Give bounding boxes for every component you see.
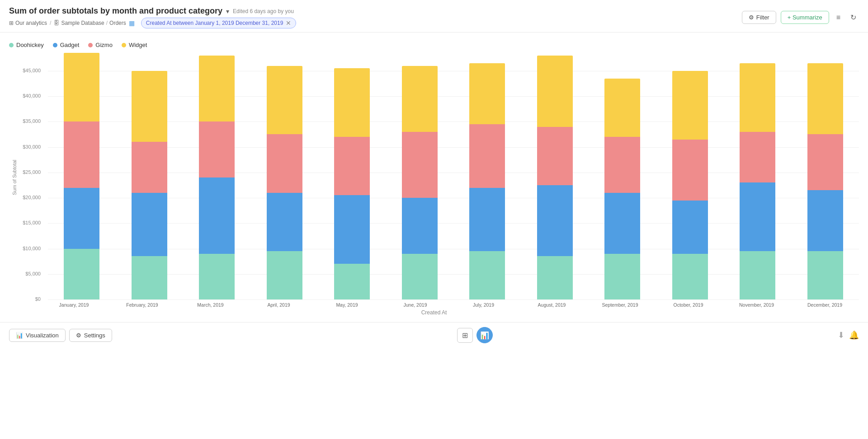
- legend-label-gizmo: Gizmo: [95, 42, 113, 48]
- bar-segment-widget-6[interactable]: [469, 63, 505, 124]
- table-view-button[interactable]: ⊞: [457, 328, 473, 343]
- bar-segment-widget-3[interactable]: [267, 66, 302, 135]
- bar-segment-gadget-7[interactable]: [537, 185, 573, 257]
- bar-group-11[interactable]: [800, 63, 850, 299]
- visualization-button[interactable]: 📊 Visualization: [9, 329, 66, 342]
- bar-segment-doohickey-0[interactable]: [64, 249, 99, 300]
- filter-tag[interactable]: Created At between January 1, 2019 Decem…: [141, 18, 297, 28]
- bar-segment-gizmo-2[interactable]: [199, 121, 235, 177]
- bar-segment-gizmo-1[interactable]: [132, 142, 167, 193]
- bar-segment-gizmo-9[interactable]: [672, 140, 708, 201]
- bar-segment-doohickey-11[interactable]: [807, 251, 843, 299]
- bar-segment-gadget-3[interactable]: [267, 193, 302, 251]
- legend-item-widget[interactable]: Widget: [122, 42, 147, 48]
- bar-segment-gizmo-6[interactable]: [469, 124, 505, 188]
- bar-group-9[interactable]: [665, 71, 715, 299]
- bar-segment-gizmo-0[interactable]: [64, 121, 99, 187]
- bar-segment-doohickey-8[interactable]: [604, 254, 640, 299]
- bar-segment-gadget-6[interactable]: [469, 188, 505, 252]
- bar-segment-widget-2[interactable]: [199, 56, 235, 121]
- bar-group-4[interactable]: [327, 68, 377, 299]
- breadcrumb-analytics-label: Our analytics: [15, 20, 47, 26]
- breadcrumb-sep2: /: [106, 20, 108, 26]
- x-label-1: February, 2019: [113, 302, 172, 308]
- bar-segment-widget-1[interactable]: [132, 71, 167, 142]
- x-label-2: March, 2019: [181, 302, 240, 308]
- breadcrumb-table-label: Orders: [109, 20, 126, 26]
- visualization-label: Visualization: [26, 332, 59, 339]
- bar-segment-gizmo-7[interactable]: [537, 127, 573, 185]
- bar-segment-doohickey-7[interactable]: [537, 256, 573, 299]
- bar-segment-doohickey-1[interactable]: [132, 256, 167, 299]
- bar-group-10[interactable]: [733, 63, 783, 299]
- bar-segment-widget-11[interactable]: [807, 63, 843, 135]
- bar-group-6[interactable]: [462, 63, 512, 299]
- filter-icon: ⚙: [749, 14, 754, 21]
- y-tick-30000: $30,000: [17, 144, 44, 149]
- legend-dot-widget: [122, 43, 126, 47]
- y-tick-25000: $25,000: [17, 169, 44, 175]
- bar-segment-doohickey-10[interactable]: [740, 251, 775, 299]
- bar-segment-doohickey-4[interactable]: [334, 264, 370, 299]
- filter-tag-close-icon[interactable]: ✕: [286, 19, 291, 27]
- summarize-button[interactable]: + Summarize: [781, 11, 829, 24]
- settings-button[interactable]: ⚙ Settings: [69, 329, 112, 342]
- bar-segment-widget-4[interactable]: [334, 68, 370, 137]
- bar-group-2[interactable]: [192, 56, 242, 299]
- bar-segment-doohickey-3[interactable]: [267, 251, 302, 299]
- bar-group-0[interactable]: [57, 53, 107, 299]
- grid-icon: ⊞: [9, 20, 14, 26]
- download-icon-button[interactable]: ⬇: [838, 330, 844, 340]
- breadcrumb-database[interactable]: 🗄 Sample Database / Orders: [54, 20, 126, 26]
- bar-segment-doohickey-6[interactable]: [469, 251, 505, 299]
- bar-segment-widget-0[interactable]: [64, 53, 99, 121]
- refresh-icon-button[interactable]: ↻: [848, 10, 859, 24]
- y-tick-45000: $45,000: [17, 68, 44, 73]
- bar-segment-widget-10[interactable]: [740, 63, 775, 132]
- legend-dot-doohickey: [9, 43, 14, 47]
- bar-segment-gadget-8[interactable]: [604, 193, 640, 254]
- bar-segment-gadget-5[interactable]: [402, 198, 438, 254]
- bar-segment-doohickey-9[interactable]: [672, 254, 708, 299]
- title-chevron-icon[interactable]: ▾: [226, 8, 229, 15]
- bar-segment-gizmo-5[interactable]: [402, 132, 438, 198]
- y-tick-15000: $15,000: [17, 220, 44, 225]
- bar-group-7[interactable]: [530, 56, 580, 299]
- bar-segment-gadget-9[interactable]: [672, 201, 708, 254]
- chart-view-button[interactable]: 📊: [476, 327, 493, 343]
- bar-segment-gadget-0[interactable]: [64, 188, 99, 249]
- bar-segment-gadget-4[interactable]: [334, 195, 370, 264]
- bar-segment-gadget-1[interactable]: [132, 193, 167, 257]
- legend-item-gadget[interactable]: Gadget: [53, 42, 80, 48]
- bar-segment-gizmo-3[interactable]: [267, 134, 302, 192]
- legend-item-gizmo[interactable]: Gizmo: [88, 42, 113, 48]
- bar-segment-widget-7[interactable]: [537, 56, 573, 127]
- bar-segment-doohickey-2[interactable]: [199, 254, 235, 299]
- bar-segment-gizmo-10[interactable]: [740, 132, 775, 183]
- edited-text: Edited 6 days ago by you: [233, 8, 294, 14]
- bar-segment-doohickey-5[interactable]: [402, 254, 438, 299]
- x-label-7: August, 2019: [523, 302, 581, 308]
- legend-item-doohickey[interactable]: Doohickey: [9, 42, 44, 48]
- bar-group-3[interactable]: [259, 66, 309, 300]
- bar-segment-gadget-10[interactable]: [740, 182, 775, 251]
- legend-dot-gizmo: [88, 43, 93, 47]
- db-icon: 🗄: [54, 20, 59, 26]
- bar-segment-gizmo-8[interactable]: [604, 137, 640, 193]
- legend-label-widget: Widget: [129, 42, 147, 48]
- breadcrumb-analytics[interactable]: ⊞ Our analytics: [9, 20, 47, 26]
- bar-segment-gadget-2[interactable]: [199, 177, 235, 254]
- sort-icon-button[interactable]: ≡: [834, 11, 843, 24]
- bar-group-1[interactable]: [124, 71, 174, 299]
- settings-icon: ⚙: [76, 332, 81, 339]
- bar-segment-gizmo-4[interactable]: [334, 137, 370, 195]
- notification-icon-button[interactable]: 🔔: [849, 330, 859, 340]
- bar-segment-widget-8[interactable]: [604, 79, 640, 137]
- bar-segment-widget-5[interactable]: [402, 66, 438, 132]
- bar-segment-gadget-11[interactable]: [807, 190, 843, 251]
- bar-group-8[interactable]: [598, 79, 647, 299]
- bar-segment-gizmo-11[interactable]: [807, 134, 843, 190]
- filter-button[interactable]: ⚙ Filter: [742, 11, 776, 24]
- bar-segment-widget-9[interactable]: [672, 71, 708, 140]
- bar-group-5[interactable]: [395, 66, 444, 300]
